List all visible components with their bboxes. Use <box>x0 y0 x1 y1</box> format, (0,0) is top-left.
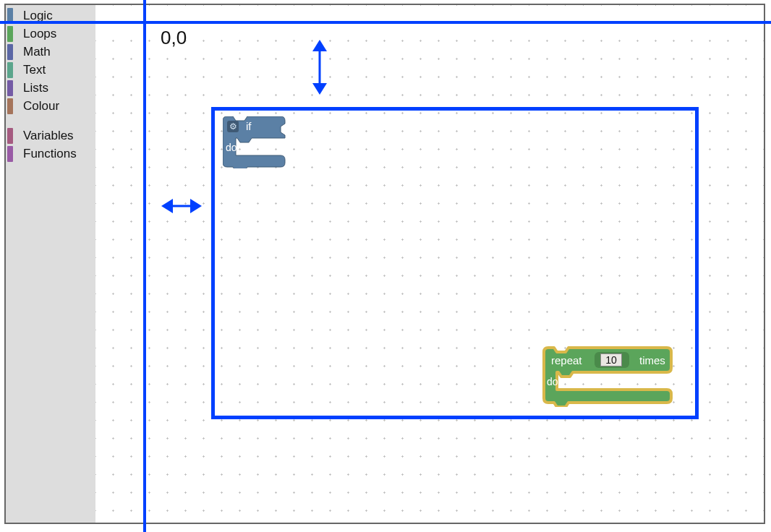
category-color-swatch <box>7 44 13 60</box>
category-label: Logic <box>23 9 53 23</box>
category-logic[interactable]: Logic <box>6 7 95 25</box>
category-label: Functions <box>23 147 77 161</box>
category-loops[interactable]: Loops <box>6 25 95 43</box>
if-do-label: do <box>226 142 237 153</box>
category-variables[interactable]: Variables <box>6 126 95 145</box>
category-color-swatch <box>7 128 13 144</box>
category-label: Math <box>23 45 51 59</box>
category-label: Colour <box>23 99 59 113</box>
category-label: Variables <box>23 129 74 143</box>
editor-frame: LogicLoopsMathTextListsColour VariablesF… <box>4 4 765 524</box>
category-functions[interactable]: Functions <box>6 145 95 163</box>
if-label: if <box>246 120 252 132</box>
repeat-do-label: do <box>547 376 558 387</box>
category-color-swatch <box>7 98 13 114</box>
repeat-label: repeat <box>551 354 582 366</box>
category-colour[interactable]: Colour <box>6 97 95 115</box>
category-math[interactable]: Math <box>6 43 95 61</box>
category-label: Text <box>23 63 46 77</box>
block-if[interactable]: ⚙ if do <box>223 116 289 171</box>
category-color-swatch <box>7 80 13 96</box>
repeat-count-input[interactable] <box>600 353 622 366</box>
category-label: Lists <box>23 81 48 95</box>
category-color-swatch <box>7 146 13 162</box>
category-label: Loops <box>23 27 56 41</box>
category-lists[interactable]: Lists <box>6 79 95 97</box>
gear-icon[interactable]: ⚙ <box>229 121 237 132</box>
block-repeat[interactable]: repeat times do <box>541 346 676 410</box>
category-text[interactable]: Text <box>6 61 95 79</box>
times-label: times <box>639 354 665 366</box>
toolbox-sidebar: LogicLoopsMathTextListsColour VariablesF… <box>6 5 95 523</box>
category-color-swatch <box>7 26 13 42</box>
workspace-canvas[interactable] <box>95 5 764 523</box>
category-color-swatch <box>7 8 13 24</box>
category-color-swatch <box>7 62 13 78</box>
